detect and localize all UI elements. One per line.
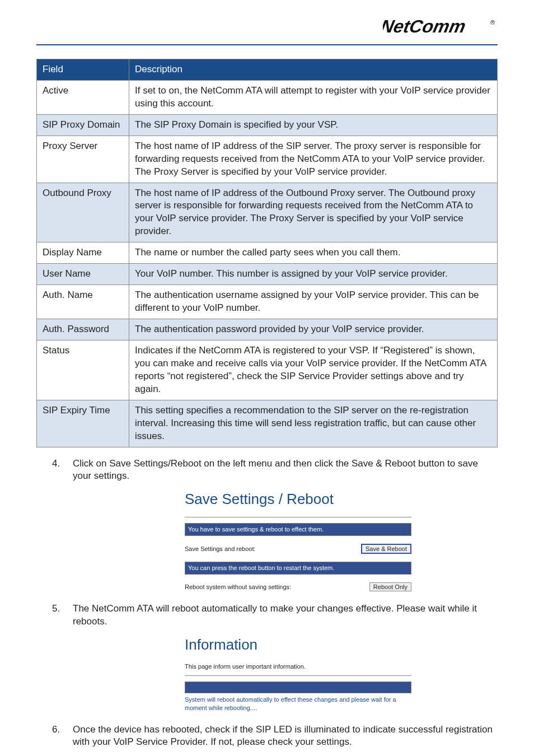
- header-rule: [36, 44, 498, 45]
- ss-row-label: Save Settings and reboot:: [185, 545, 361, 553]
- field-desc-cell: The authentication username assigned by …: [129, 285, 498, 319]
- table-row: SIP Expiry TimeThis setting specifies a …: [37, 400, 498, 447]
- ss-title: Save Settings / Reboot: [185, 489, 411, 509]
- table-row: SIP Proxy DomainThe SIP Proxy Domain is …: [37, 114, 498, 136]
- ss-banner: You have to save settings & reboot to ef…: [185, 523, 411, 536]
- table-row: Display NameThe name or number the calle…: [37, 242, 498, 264]
- save-reboot-screenshot: Save Settings / Reboot You have to save …: [185, 489, 411, 591]
- field-name-cell: Outbound Proxy: [37, 183, 129, 242]
- reboot-only-button[interactable]: Reboot Only: [369, 582, 411, 591]
- field-desc-cell: The host name of IP address of the SIP s…: [129, 136, 498, 183]
- divider: [185, 517, 411, 517]
- field-description-table: Field Description ActiveIf set to on, th…: [36, 59, 498, 447]
- field-name-cell: Proxy Server: [37, 136, 129, 183]
- field-name-cell: Auth. Name: [37, 285, 129, 319]
- field-name-cell: Status: [37, 340, 129, 400]
- field-desc-cell: The authentication password provided by …: [129, 319, 498, 340]
- table-row: Outbound ProxyThe host name of IP addres…: [37, 183, 498, 242]
- table-row: Auth. NameThe authentication username as…: [37, 285, 498, 319]
- field-name-cell: SIP Expiry Time: [37, 400, 129, 447]
- table-row: Proxy ServerThe host name of IP address …: [37, 136, 498, 183]
- ss-banner: You can press the reboot button to resta…: [185, 562, 411, 575]
- table-row: StatusIndicates if the NetComm ATA is re…: [37, 340, 498, 400]
- ss-row-label: Reboot system without saving settings:: [185, 583, 369, 591]
- ss-subtext: This page inform user important informat…: [185, 662, 411, 671]
- brand-text: NetComm: [383, 17, 467, 36]
- field-name-cell: Auth. Password: [37, 319, 129, 340]
- step-text: The NetComm ATA will reboot automaticall…: [73, 603, 477, 627]
- information-screenshot: Information This page inform user import…: [185, 635, 411, 712]
- field-desc-cell: Indicates if the NetComm ATA is register…: [129, 340, 498, 400]
- ss-message: System will reboot automatically to effe…: [185, 696, 411, 712]
- field-name-cell: User Name: [37, 264, 129, 285]
- table-row: Auth. PasswordThe authentication passwor…: [37, 319, 498, 340]
- ss-banner-thin: [185, 682, 411, 693]
- table-row: User NameYour VoIP number. This number i…: [37, 264, 498, 285]
- field-name-cell: Active: [37, 80, 129, 114]
- field-desc-cell: The SIP Proxy Domain is specified by you…: [129, 114, 498, 136]
- field-desc-cell: If set to on, the NetComm ATA will attem…: [129, 80, 498, 114]
- ss-title: Information: [185, 635, 411, 655]
- step-text: Click on Save Settings/Reboot on the lef…: [73, 458, 478, 482]
- step-5: The NetComm ATA will reboot automaticall…: [36, 603, 498, 712]
- field-desc-cell: Your VoIP number. This number is assigne…: [129, 264, 498, 285]
- field-desc-cell: The name or number the called party sees…: [129, 242, 498, 264]
- step-text: Once the device has rebooted, check if t…: [73, 724, 493, 748]
- field-name-cell: Display Name: [37, 242, 129, 264]
- table-header-desc: Description: [129, 59, 498, 80]
- divider: [185, 675, 411, 676]
- step-4: Click on Save Settings/Reboot on the lef…: [36, 458, 498, 592]
- svg-text:®: ®: [490, 19, 495, 26]
- save-reboot-button[interactable]: Save & Reboot: [361, 544, 411, 554]
- step-6: Once the device has rebooted, check if t…: [36, 724, 498, 749]
- field-name-cell: SIP Proxy Domain: [37, 114, 129, 136]
- field-desc-cell: This setting specifies a recommendation …: [129, 400, 498, 447]
- brand-logo: NetComm ®: [36, 17, 498, 41]
- field-desc-cell: The host name of IP address of the Outbo…: [129, 183, 498, 242]
- table-row: ActiveIf set to on, the NetComm ATA will…: [37, 80, 498, 114]
- table-header-field: Field: [37, 59, 129, 80]
